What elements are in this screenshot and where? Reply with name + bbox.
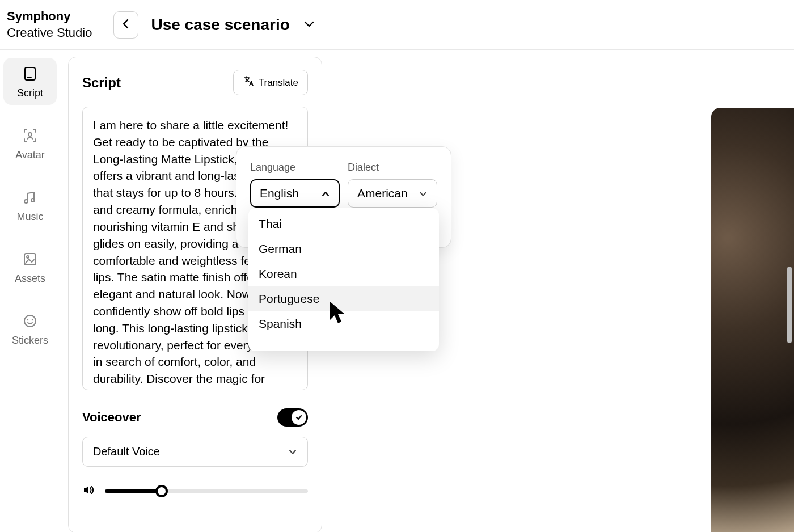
sidebar: Script Avatar Music Assets Stickers <box>0 50 60 532</box>
translate-button[interactable]: Translate <box>233 70 308 95</box>
chevron-down-icon <box>288 445 297 458</box>
volume-slider[interactable] <box>105 489 308 493</box>
language-option-spanish[interactable]: Spanish <box>248 311 439 336</box>
page-title: Use case scenario <box>151 16 289 34</box>
volume-icon <box>82 484 95 499</box>
music-icon <box>22 189 38 205</box>
voice-select[interactable]: Default Voice <box>82 437 308 467</box>
dialect-select[interactable]: American <box>348 179 437 208</box>
dialect-select-value: American <box>357 187 408 200</box>
sidebar-item-label: Avatar <box>15 149 45 161</box>
language-label: Language <box>250 162 340 174</box>
translate-icon <box>243 75 254 90</box>
translate-label: Translate <box>259 77 298 88</box>
svg-point-8 <box>27 319 28 320</box>
panel-head: Script Translate <box>82 70 308 95</box>
svg-point-4 <box>31 199 35 202</box>
brand: Symphony Creative Studio <box>7 9 92 41</box>
svg-point-6 <box>27 256 29 258</box>
sidebar-item-music[interactable]: Music <box>3 181 57 229</box>
stickers-icon <box>22 313 38 329</box>
svg-point-7 <box>24 315 36 327</box>
language-option-korean[interactable]: Korean <box>248 261 439 286</box>
volume-row <box>82 484 308 499</box>
svg-point-3 <box>24 200 28 203</box>
sidebar-item-avatar[interactable]: Avatar <box>3 120 57 167</box>
voiceover-label: Voiceover <box>82 410 141 425</box>
svg-rect-0 <box>25 67 35 80</box>
sidebar-item-label: Assets <box>15 273 45 285</box>
panel-title: Script <box>82 75 121 91</box>
toggle-knob <box>292 410 306 425</box>
sidebar-item-label: Music <box>16 211 43 223</box>
voiceover-row: Voiceover <box>82 408 308 427</box>
language-select-value: English <box>260 187 299 200</box>
sidebar-item-label: Stickers <box>12 335 48 347</box>
dialect-label: Dialect <box>348 162 437 174</box>
assets-icon <box>22 251 38 267</box>
page-title-wrap[interactable]: Use case scenario <box>151 16 314 34</box>
language-group: Language English <box>250 162 340 208</box>
chevron-down-icon <box>303 20 315 30</box>
script-icon <box>22 66 38 82</box>
chevron-left-icon <box>122 19 130 31</box>
svg-point-2 <box>28 133 32 136</box>
language-option-portuguese[interactable]: Portuguese <box>248 286 439 311</box>
slider-fill <box>105 489 162 493</box>
header: Symphony Creative Studio Use case scenar… <box>0 0 794 50</box>
language-dropdown: Thai German Korean Portuguese Spanish <box>248 208 439 351</box>
brand-studio: Creative Studio <box>7 25 92 41</box>
sidebar-item-stickers[interactable]: Stickers <box>3 305 57 352</box>
chevron-down-icon <box>419 187 428 200</box>
dialect-group: Dialect American <box>348 162 437 208</box>
main: Script Avatar Music Assets Stickers <box>0 50 794 532</box>
voice-select-value: Default Voice <box>93 445 160 458</box>
chevron-up-icon <box>321 187 330 200</box>
dropdown-scrollbar[interactable] <box>787 267 792 343</box>
preview-image <box>711 108 794 532</box>
sidebar-item-script[interactable]: Script <box>3 58 57 105</box>
svg-point-9 <box>32 319 33 320</box>
sidebar-item-label: Script <box>17 87 43 99</box>
voiceover-toggle[interactable] <box>277 408 308 427</box>
brand-name: Symphony <box>7 9 92 25</box>
language-select[interactable]: English <box>250 179 340 208</box>
back-button[interactable] <box>113 11 138 39</box>
slider-thumb[interactable] <box>155 485 168 497</box>
language-option-german[interactable]: German <box>248 237 439 261</box>
sidebar-item-assets[interactable]: Assets <box>3 243 57 290</box>
language-option-thai[interactable]: Thai <box>248 212 439 237</box>
avatar-icon <box>22 128 38 143</box>
